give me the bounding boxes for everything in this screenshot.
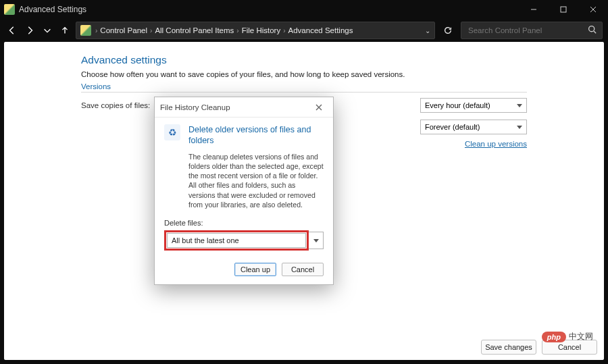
file-history-cleanup-dialog: File History Cleanup ♻ Delete older vers… xyxy=(154,97,334,285)
address-icon xyxy=(80,25,91,36)
save-frequency-value: Every hour (default) xyxy=(425,101,490,109)
recycle-icon: ♻ xyxy=(164,124,180,140)
forward-button[interactable] xyxy=(23,24,36,37)
up-button[interactable] xyxy=(58,24,72,37)
window-titlebar: Advanced Settings xyxy=(0,0,608,19)
page-subtitle: Choose how often you want to save copies… xyxy=(81,70,527,78)
search-input[interactable] xyxy=(467,26,588,35)
delete-files-value: All but the latest one xyxy=(172,236,239,244)
cleanup-versions-link[interactable]: Clean up versions xyxy=(465,140,527,148)
dialog-cancel-button[interactable]: Cancel xyxy=(282,263,324,276)
delete-files-dropdown-button[interactable] xyxy=(309,232,324,249)
save-changes-button[interactable]: Save changes xyxy=(481,340,536,355)
search-box[interactable] xyxy=(461,22,603,39)
refresh-button[interactable] xyxy=(439,22,457,39)
chevron-right-icon: › xyxy=(150,27,152,34)
app-icon xyxy=(4,4,15,15)
chevron-right-icon: › xyxy=(95,27,97,34)
address-bar[interactable]: › Control Panel › All Control Panel Item… xyxy=(76,22,435,39)
keep-versions-dropdown[interactable]: Forever (default) xyxy=(420,120,527,134)
dialog-description: The cleanup deletes versions of files an… xyxy=(188,152,324,210)
watermark-badge: php xyxy=(542,332,566,342)
recent-dropdown-icon[interactable] xyxy=(41,24,54,37)
section-divider xyxy=(81,92,527,93)
watermark: php 中文网 xyxy=(542,331,593,342)
versions-section-label: Versions xyxy=(81,82,527,90)
dialog-titlebar: File History Cleanup xyxy=(155,97,333,118)
maximize-button[interactable] xyxy=(549,0,578,19)
breadcrumb-item[interactable]: Control Panel xyxy=(100,26,147,34)
minimize-button[interactable] xyxy=(519,0,549,19)
breadcrumb-item[interactable]: Advanced Settings xyxy=(288,26,353,34)
chevron-down-icon[interactable]: ⌄ xyxy=(425,27,430,34)
dialog-title: File History Cleanup xyxy=(160,103,230,111)
delete-files-dropdown[interactable]: All but the latest one xyxy=(167,233,306,248)
save-frequency-dropdown[interactable]: Every hour (default) xyxy=(420,98,527,113)
back-button[interactable] xyxy=(5,24,19,37)
chevron-right-icon: › xyxy=(236,27,238,34)
breadcrumb-item[interactable]: All Control Panel Items xyxy=(155,26,234,34)
chevron-right-icon: › xyxy=(283,27,285,34)
window-title: Advanced Settings xyxy=(19,5,86,14)
dialog-close-button[interactable] xyxy=(310,100,328,115)
svg-rect-0 xyxy=(561,7,566,12)
search-icon xyxy=(588,24,597,36)
delete-files-label: Delete files: xyxy=(164,219,324,227)
breadcrumb-item[interactable]: File History xyxy=(242,26,281,34)
close-button[interactable] xyxy=(578,0,608,19)
cleanup-button[interactable]: Clean up xyxy=(234,263,276,276)
navigation-bar: › Control Panel › All Control Panel Item… xyxy=(0,19,608,42)
annotation-highlight: All but the latest one xyxy=(164,230,309,251)
watermark-text: 中文网 xyxy=(569,331,593,342)
svg-point-1 xyxy=(589,26,594,32)
dialog-heading: Delete older versions of files and folde… xyxy=(188,124,324,147)
page-heading: Advanced settings xyxy=(81,54,527,66)
keep-versions-value: Forever (default) xyxy=(425,123,480,131)
